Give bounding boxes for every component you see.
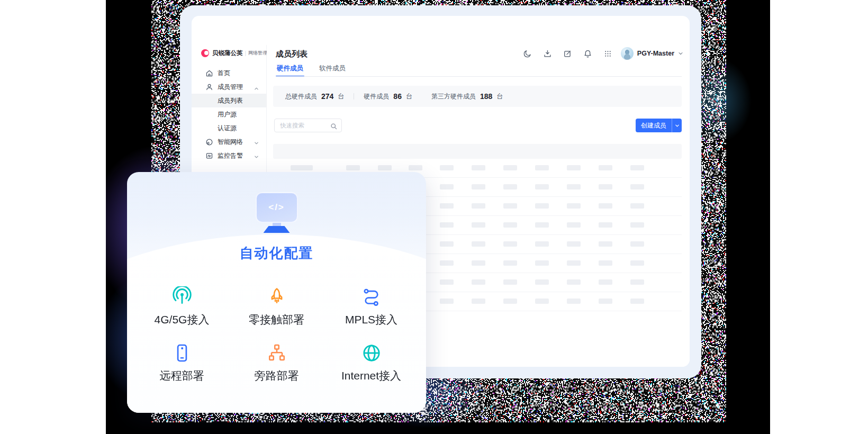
bell-icon[interactable] [583,49,592,58]
route-icon [361,286,382,308]
rocket-icon [266,286,287,308]
brand-name: 贝锐蒲公英 [212,49,243,57]
sidebar-item-label: 监控告警 [218,151,243,160]
chevron-down-icon [254,140,259,147]
monitor-illustration: </> [256,192,298,233]
page-title: 成员列表 [276,49,308,59]
brand-logo: 贝锐蒲公英 | 网络管理平台 [201,49,277,57]
sidebar-item-member-list[interactable]: 成员列表 [192,94,266,107]
chevron-up-icon [254,85,259,92]
stat-third-party-hardware: 第三方硬件成员 188 台 [431,92,503,101]
monitor-icon [205,152,213,160]
topbar-actions: PGY-Master [523,47,683,60]
user-menu[interactable]: PGY-Master [621,47,683,60]
sidebar-item-user-source[interactable]: 用户源 [192,107,266,121]
tab-hardware-members[interactable]: 硬件成员 [276,63,304,76]
feature-mpls: MPLS接入 [324,286,419,327]
sidebar-item-smart-network[interactable]: 智能网络 [192,135,266,149]
sidebar-item-home[interactable]: 首页 [192,66,266,80]
home-icon [205,69,213,77]
sidebar-item-monitor-alert[interactable]: 监控告警 [192,149,266,162]
avatar [621,47,634,60]
bottom-dark-band [106,422,770,434]
sidebar-item-label: 成员管理 [218,83,243,92]
create-member-button[interactable]: 创建成员 [636,119,682,132]
tab-software-members[interactable]: 软件成员 [318,63,347,76]
network-icon [205,138,213,146]
stat-divider [354,93,354,100]
apps-icon[interactable] [603,49,612,58]
sitemap-icon [266,342,287,364]
stat-hardware: 硬件成员 86 台 [364,92,412,101]
table-header [273,144,682,159]
feature-internet: Internet接入 [324,342,419,383]
right-dark-band [726,0,770,434]
globe-icon [361,342,382,364]
promo-card: </> 自动化配置 4G/5G接入 零接触部署 MPLS接入 [127,172,426,413]
code-monitor-icon: </> [256,192,298,223]
chevron-down-icon [254,153,259,161]
search-icon[interactable] [330,122,337,132]
user-name: PGY-Master [637,50,674,57]
search-box [274,119,342,132]
user-icon [205,83,213,91]
brand-logo-icon [201,49,209,57]
sidebar-item-label: 认证源 [218,124,237,133]
broadcast-icon [171,286,193,308]
sidebar-item-label: 用户源 [218,110,237,119]
feature-grid: 4G/5G接入 零接触部署 MPLS接入 远程部署 旁路部署 [134,286,419,383]
tab-divider [276,76,682,77]
sidebar-nav: 首页 成员管理 成员列表 用户源 [192,66,266,162]
tab-bar: 硬件成员 软件成员 [276,63,347,76]
sidebar-item-members[interactable]: 成员管理 [192,80,266,94]
stats-bar: 总硬件成员 274 台 硬件成员 86 台 第三方硬件成员 188 台 [273,86,682,107]
compose-icon[interactable] [563,49,572,58]
chevron-down-icon [678,51,683,56]
download-icon[interactable] [543,49,552,58]
sidebar-item-label: 成员列表 [218,96,243,105]
phone-icon [171,342,193,364]
toolbar: 创建成员 [274,119,682,132]
promo-title: 自动化配置 [127,244,426,263]
stat-total-hardware: 总硬件成员 274 台 [285,92,344,101]
sidebar-item-auth-source[interactable]: 认证源 [192,121,266,135]
feature-4g5g: 4G/5G接入 [134,286,229,327]
feature-remote-deploy: 远程部署 [134,342,229,383]
sidebar-item-label: 智能网络 [218,138,243,147]
feature-bypass-deploy: 旁路部署 [229,342,324,383]
sidebar-item-label: 首页 [218,69,230,78]
brand-separator: | [245,50,247,56]
create-member-dropdown[interactable] [672,119,682,132]
feature-zero-touch: 零接触部署 [229,286,324,327]
moon-icon[interactable] [523,49,532,58]
